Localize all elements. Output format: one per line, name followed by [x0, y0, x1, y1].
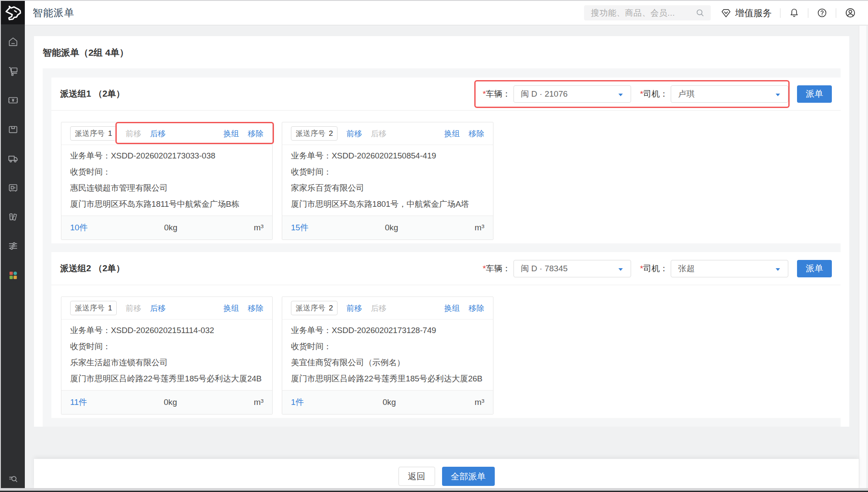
- sequence-label: 派送序号: [75, 303, 105, 313]
- sidebar-item-settings[interactable]: [7, 240, 19, 252]
- sidebar-item-delivery[interactable]: [7, 153, 19, 164]
- change-group-link[interactable]: 换组: [223, 303, 239, 313]
- back-button[interactable]: 返回: [399, 467, 435, 486]
- dispatch-group: 派送组2（2单） * 车辆： 闽 D · 78345 * 司机： 张超 派单: [51, 252, 841, 418]
- header-right-cluster: 搜功能、商品、会员... 增值服务: [584, 5, 856, 20]
- global-search-input[interactable]: 搜功能、商品、会员...: [584, 5, 711, 20]
- address-line: 厦门市思明区吕岭路22号莲秀里185号必利达大厦24B: [70, 371, 263, 387]
- group-title: 派送组1（2单）: [60, 88, 125, 100]
- dispatch-button[interactable]: 派单: [797, 85, 832, 103]
- card-header: 派送序号 1 前移 后移 换组 移除: [61, 297, 272, 320]
- remove-link[interactable]: 移除: [469, 128, 484, 139]
- move-up-link[interactable]: 前移: [346, 303, 362, 313]
- weight-value: 0kg: [304, 398, 475, 407]
- header-separator: [808, 8, 808, 18]
- address-line: 厦门市思明区环岛东路1811号中航紫金广场B栋: [70, 196, 263, 212]
- order-number-label: 业务单号：: [291, 151, 331, 160]
- dispatch-card: 派送序号 1 前移 后移 换组 移除 业务单号：XSDD-20260202151…: [61, 297, 273, 414]
- customer-line: 美宜佳商贸有限公司（示例名）: [291, 354, 484, 371]
- card-body: 业务单号：XSDD-20260202150854-419 收货时间： 家家乐百货…: [282, 145, 493, 216]
- search-icon[interactable]: [696, 8, 705, 17]
- sidebar-item-apps[interactable]: [7, 270, 19, 281]
- truck-icon: [7, 153, 19, 164]
- order-number-line: 业务单号：XSDD-20260202173128-749: [291, 322, 484, 338]
- order-number-line: 业务单号：XSDD-20260202150854-419: [291, 148, 484, 164]
- move-up-link[interactable]: 前移: [346, 128, 362, 139]
- group-name: 派送组1: [60, 89, 91, 98]
- card-header: 派送序号 2 前移 后移 换组 移除: [282, 297, 493, 320]
- user-account-button[interactable]: [844, 7, 856, 19]
- sidebar-item-home[interactable]: [7, 36, 19, 47]
- group-count: （2单）: [94, 89, 125, 98]
- move-down-link[interactable]: 后移: [371, 128, 386, 139]
- sidebar-item-terminal[interactable]: [7, 182, 19, 193]
- group-name: 派送组2: [60, 263, 91, 273]
- order-number-value: XSDD-20260202150854-419: [331, 151, 436, 160]
- handtruck-icon: [7, 65, 19, 77]
- pieces-link[interactable]: 15件: [291, 222, 308, 233]
- receive-time-label: 收货时间：: [291, 167, 331, 176]
- receive-time-line: 收货时间：: [291, 338, 484, 354]
- volume-value: m³: [254, 398, 263, 407]
- sidebar-item-reports[interactable]: [7, 211, 19, 222]
- customer-line: 家家乐百货有限公司: [291, 180, 484, 196]
- driver-label: 司机：: [643, 263, 668, 274]
- dispatch-all-button[interactable]: 全部派单: [442, 467, 495, 486]
- volume-value: m³: [475, 398, 484, 407]
- pieces-link[interactable]: 10件: [70, 222, 88, 233]
- sequence-chip: 派送序号 1: [70, 301, 117, 315]
- move-down-link[interactable]: 后移: [150, 128, 165, 139]
- vas-label: 增值服务: [735, 7, 772, 19]
- vehicle-select[interactable]: 闽 D · 78345: [513, 260, 631, 277]
- required-mark: *: [483, 264, 486, 273]
- volume-value: m³: [254, 223, 263, 233]
- move-up-link[interactable]: 前移: [125, 303, 141, 313]
- receive-time-line: 收货时间：: [70, 338, 263, 354]
- help-button[interactable]: [817, 7, 827, 18]
- remove-link[interactable]: 移除: [248, 303, 263, 313]
- receive-time-label: 收货时间：: [291, 342, 331, 351]
- move-up-link[interactable]: 前移: [125, 128, 141, 139]
- sidebar: [1, 1, 25, 488]
- page-scrollbar[interactable]: [859, 26, 866, 488]
- dispatch-button[interactable]: 派单: [797, 260, 832, 277]
- card-footer: 10件 0kg m³: [61, 216, 272, 239]
- change-group-link[interactable]: 换组: [223, 128, 239, 139]
- move-down-link[interactable]: 后移: [371, 303, 386, 313]
- vehicle-select[interactable]: 闽 D · 21076: [513, 85, 631, 103]
- sequence-label: 派送序号: [75, 128, 105, 138]
- vehicle-label: 车辆：: [486, 88, 511, 100]
- app-logo[interactable]: [1, 1, 25, 24]
- change-group-link[interactable]: 换组: [444, 303, 460, 313]
- sidebar-item-goods[interactable]: [7, 124, 19, 135]
- move-down-link[interactable]: 后移: [150, 303, 165, 313]
- driver-select[interactable]: 张超: [671, 260, 788, 277]
- group-form: * 车辆： 闽 D · 21076 * 司机： 卢琪 派单: [483, 85, 832, 103]
- apps-grid-icon: [7, 270, 19, 281]
- sequence-label: 派送序号: [296, 303, 325, 313]
- sidebar-item-menu-search[interactable]: [7, 473, 19, 485]
- value-added-services-button[interactable]: 增值服务: [720, 7, 772, 19]
- driver-select-value: 张超: [678, 263, 695, 274]
- bottom-action-bar: 返回 全部派单: [34, 459, 859, 488]
- top-header: 智能派单 搜功能、商品、会员... 增值服务: [25, 1, 868, 25]
- user-avatar-icon: [844, 7, 856, 19]
- books-icon: [7, 211, 19, 222]
- sidebar-item-pos[interactable]: [7, 65, 19, 77]
- search-placeholder: 搜功能、商品、会员...: [591, 7, 696, 19]
- notifications-button[interactable]: [789, 7, 800, 18]
- weight-value: 0kg: [308, 223, 475, 233]
- remove-link[interactable]: 移除: [469, 303, 484, 313]
- banknote-icon: [7, 94, 19, 106]
- sequence-number: 2: [329, 304, 333, 313]
- driver-select[interactable]: 卢琪: [671, 85, 788, 103]
- dispatch-group: 派送组1（2单） * 车辆： 闽 D · 21076 * 司机： 卢琪 派单: [51, 78, 841, 243]
- pieces-link[interactable]: 1件: [291, 397, 304, 408]
- menu-search-icon: [7, 473, 19, 485]
- sidebar-item-money[interactable]: [7, 94, 19, 106]
- group-title: 派送组2（2单）: [60, 263, 125, 274]
- cards-row: 派送序号 1 前移 后移 换组 移除 业务单号：XSDD-20260202173…: [51, 111, 841, 243]
- pieces-link[interactable]: 11件: [70, 397, 87, 408]
- change-group-link[interactable]: 换组: [444, 128, 460, 139]
- remove-link[interactable]: 移除: [248, 128, 263, 139]
